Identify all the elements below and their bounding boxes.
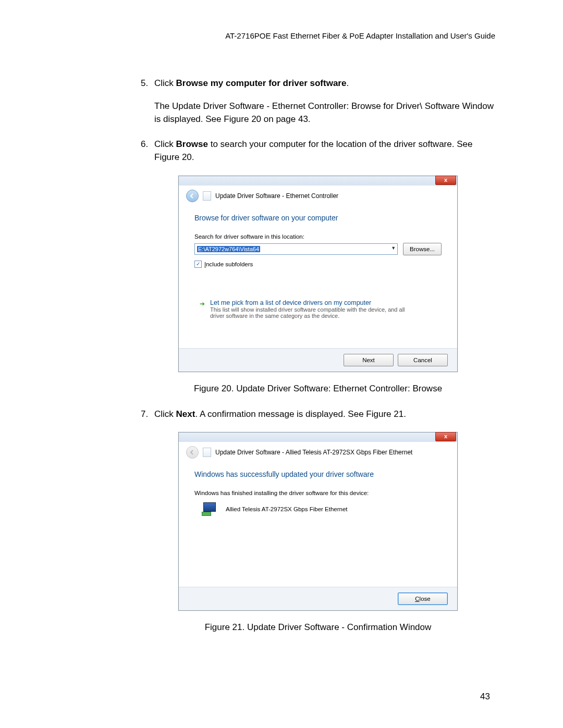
- fig20-caption: Figure 20. Update Driver Software: Ether…: [141, 384, 495, 394]
- fig20-heading: Browse for driver software on your compu…: [194, 214, 442, 222]
- next-button[interactable]: Next: [344, 354, 394, 366]
- fig20-nav-title: Update Driver Software - Ethernet Contro…: [215, 192, 338, 200]
- close-icon[interactable]: x: [435, 432, 456, 441]
- step7-bold: Next: [176, 409, 195, 419]
- step5-trail: .: [346, 78, 349, 88]
- fig21-heading: Windows has successfully updated your dr…: [194, 470, 442, 478]
- step-7-number: 7.: [141, 408, 154, 421]
- step5-bold: Browse my computer for driver software: [176, 78, 347, 88]
- step-5: 5. Click Browse my computer for driver s…: [141, 77, 495, 126]
- pick-title: Let me pick from a list of device driver…: [210, 299, 419, 306]
- step6-lead: Click: [154, 139, 176, 149]
- cancel-button[interactable]: Cancel: [398, 354, 448, 366]
- step-5-number: 5.: [141, 77, 154, 126]
- ethernet-device-icon: [202, 502, 218, 516]
- fig20-titlebar: x: [179, 176, 457, 186]
- chevron-down-icon[interactable]: ▼: [391, 245, 396, 251]
- back-button-icon: [186, 446, 199, 459]
- step5-para2: The Update Driver Software - Ethernet Co…: [154, 100, 495, 126]
- finish-msg: Windows has finished installing the driv…: [194, 490, 442, 496]
- pick-from-list-option[interactable]: ➔ Let me pick from a list of device driv…: [194, 299, 442, 319]
- fig21-caption: Figure 21. Update Driver Software - Conf…: [141, 622, 495, 633]
- back-button-icon[interactable]: [186, 190, 199, 202]
- step-6-number: 6.: [141, 138, 154, 164]
- fig21-titlebar: x: [179, 433, 457, 442]
- close-button[interactable]: Close: [398, 593, 448, 605]
- include-subfolders-checkbox[interactable]: ✓: [194, 261, 202, 268]
- fig20-dialog: x Update Driver Software - Ethernet Cont…: [178, 176, 458, 372]
- step-6: 6. Click Browse to search your computer …: [141, 138, 495, 164]
- window-icon: [203, 191, 211, 201]
- step6-bold: Browse: [176, 139, 208, 149]
- step-7: 7. Click Next. A confirmation message is…: [141, 408, 495, 421]
- arrow-right-icon: ➔: [200, 300, 205, 307]
- include-subfolders-label: IInclude subfoldersnclude subfolders: [204, 261, 253, 267]
- fig21-nav-title: Update Driver Software - Allied Telesis …: [215, 449, 412, 456]
- window-icon: [203, 448, 211, 457]
- close-icon[interactable]: x: [435, 176, 456, 185]
- pick-desc: This list will show installed driver sof…: [210, 306, 419, 319]
- location-path: E:\AT2972w764\Vista64: [197, 246, 260, 252]
- step7-trail: . A confirmation message is displayed. S…: [195, 409, 406, 419]
- page-header: AT-2716POE Fast Ethernet Fiber & PoE Ada…: [68, 31, 495, 40]
- fig21-dialog: x Update Driver Software - Allied Telesi…: [178, 432, 458, 611]
- step7-lead: Click: [154, 409, 176, 419]
- browse-button[interactable]: Browse...: [403, 243, 442, 255]
- search-label: Search for driver software in this locat…: [194, 233, 442, 240]
- location-combo[interactable]: E:\AT2972w764\Vista64 ▼: [194, 243, 398, 255]
- page-number: 43: [480, 692, 490, 702]
- device-name: Allied Telesis AT-2972SX Gbps Fiber Ethe…: [226, 506, 348, 512]
- step5-lead: Click: [154, 78, 176, 88]
